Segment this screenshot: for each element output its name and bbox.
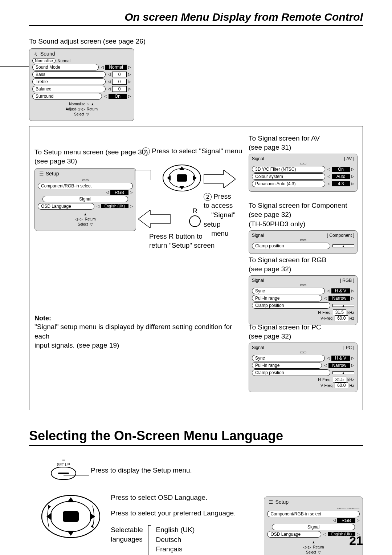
- row-label: Balance: [32, 86, 106, 92]
- section2-title: Selecting the On-Screen Menu Language: [29, 428, 363, 446]
- signal-pc-cap-a: To Signal screen for PC: [249, 323, 358, 332]
- note-text-1: "Signal" setup menu is displayed by diff…: [34, 322, 238, 341]
- normalise-pill: Normalise: [32, 58, 56, 63]
- signal-pc-cap-b: (see page 32): [249, 332, 358, 341]
- leader-line: [0, 66, 29, 67]
- section2-step-b: Press to select OSD Language.: [111, 493, 249, 502]
- page-header: On screen Menu Display from Remote Contr…: [29, 11, 363, 26]
- selectable-b: languages: [111, 535, 143, 543]
- return-text-a: Press R button to: [149, 232, 203, 240]
- signal-av-cap-a: To Signal screen for AV: [249, 134, 358, 143]
- setup-osd-2: Setup ▭▭▭▭▭▭▭ Component/RGB-in select ◁R…: [264, 497, 363, 555]
- signal-rgb-cap-b: (see page 32): [249, 264, 358, 274]
- svg-rect-3: [177, 174, 187, 182]
- signal-av-osd: Signal[ AV ] ▭▭ 3D Y/C Filter (NTSC)◁On▷…: [249, 154, 358, 192]
- step1-text: Press to select "Signal" menu: [152, 147, 242, 155]
- signal-comp-cap-c: (TH-50PHD3 only): [249, 219, 358, 229]
- svg-marker-0: [204, 170, 236, 188]
- r-label: R: [189, 206, 201, 216]
- return-text-b: return "Setup" screen: [149, 242, 215, 249]
- language-list: English (UK) Deutsch Français Italiano E…: [156, 525, 250, 555]
- setup-osd: Setup ▭▭ Component/RGB-in select ◁RGB▷ S…: [34, 168, 136, 231]
- setup-btn-label: SET UP: [51, 463, 76, 467]
- sound-caption: To Sound adjust screen (see page 26): [29, 37, 363, 46]
- signal-pc-osd: Signal[ PC ] ▭▭ Sync◁H & V▷ Pull-in rang…: [249, 343, 358, 392]
- signal-comp-osd: Signal[ Component ] ▭▭ Clamp position: [249, 230, 358, 254]
- osd-title: Sound: [32, 51, 131, 57]
- note-text-2: input signals. (see page 19): [34, 341, 238, 350]
- arrow-right-icon: [204, 170, 236, 188]
- section2-step-c: Press to select your preferred Language.: [111, 509, 249, 518]
- sound-osd: Sound Normalise Normal Sound Mode◁Normal…: [29, 48, 134, 121]
- row-label: Surround: [32, 93, 102, 100]
- normalise-state: Normal: [58, 58, 70, 63]
- setup-button-icon: [51, 467, 76, 480]
- row-value: 0: [112, 72, 127, 77]
- svg-marker-8: [138, 210, 170, 228]
- leader-line-2: [0, 163, 29, 163]
- row-label: Bass: [32, 71, 106, 78]
- row-value: 0: [112, 86, 127, 92]
- osd-footer: Normalise ○ ▲ Adjust ◁○▷ Return Select ▽: [32, 102, 131, 117]
- signal-rgb-osd: Signal[ RGB ] ▭▭ Sync◁H & V▷ Pull-in ran…: [249, 275, 358, 325]
- svg-rect-11: [63, 511, 79, 522]
- signal-comp-cap-b: (see page 32): [249, 210, 358, 219]
- signal-rgb-cap-a: To Signal screen for RGB: [249, 255, 358, 265]
- row-label: Sound Mode: [32, 64, 99, 70]
- signal-av-cap-b: (see page 31): [249, 143, 358, 152]
- section2-step-a: Press to display the Setup menu.: [91, 466, 192, 475]
- signal-comp-cap-a: To Signal screen for Component: [249, 201, 358, 210]
- row-label: Treble: [32, 78, 106, 85]
- row-value: 0: [112, 79, 127, 85]
- small-box: [135, 170, 151, 180]
- row-value: Normal: [105, 65, 127, 70]
- r-button-icon: [189, 215, 201, 227]
- row-value: On: [109, 94, 127, 99]
- page-number: 21: [349, 534, 363, 548]
- selectable-a: Selectable: [111, 526, 143, 534]
- remote-dpad-large-icon: [40, 493, 100, 540]
- arrow-left-icon: [138, 210, 171, 228]
- note-label: Note:: [34, 315, 238, 322]
